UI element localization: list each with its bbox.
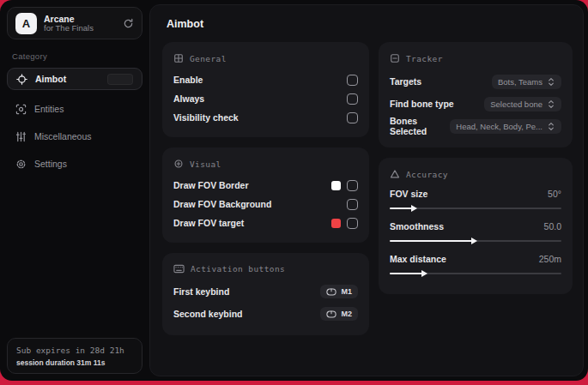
setting-label: First keybind xyxy=(173,286,229,297)
select-value: Bots, Teams xyxy=(498,77,543,87)
mouse-icon xyxy=(326,310,336,318)
content-columns: General Enable Always Visibility check xyxy=(162,42,573,335)
setting-row: Draw FOV target xyxy=(173,214,358,232)
draw-fov-border-checkbox[interactable] xyxy=(347,180,358,191)
accuracy-card-header: Accuracy xyxy=(390,169,561,179)
setting-row: Draw FOV Border xyxy=(173,176,358,195)
setting-row: Second keybind M2 xyxy=(173,303,358,325)
select-value: Head, Neck, Body, Pe... xyxy=(456,122,543,131)
slider-row: FOV size 50° xyxy=(390,186,561,214)
setting-row: Enable xyxy=(173,70,358,89)
focus-icon xyxy=(173,159,184,169)
sub-expiry-text: Sub expires in 28d 21h xyxy=(16,346,133,355)
setting-label: Smoothness xyxy=(390,221,544,232)
accuracy-card: Accuracy FOV size 50° xyxy=(379,158,573,294)
find-bone-type-select[interactable]: Selected bone xyxy=(484,97,561,111)
card-title: Accuracy xyxy=(406,170,448,179)
chevrons-up-down-icon xyxy=(547,99,555,109)
setting-label: Second keybind xyxy=(173,309,243,319)
draw-fov-background-checkbox[interactable] xyxy=(347,199,358,210)
entities-icon xyxy=(15,104,27,115)
first-keybind-button[interactable]: M1 xyxy=(320,285,358,298)
general-card-header: General xyxy=(173,53,358,63)
setting-label: Find bone type xyxy=(390,99,454,109)
slider-thumb[interactable] xyxy=(411,205,417,212)
refresh-icon[interactable] xyxy=(123,18,134,29)
sidebar-item-settings[interactable]: Settings xyxy=(7,152,142,176)
sidebar-item-label: Settings xyxy=(34,159,67,169)
main-panel: Aimbot General xyxy=(149,4,584,376)
setting-row: Targets Bots, Teams xyxy=(390,70,561,93)
setting-label: Draw FOV Background xyxy=(173,199,271,209)
card-title: General xyxy=(190,54,227,63)
sidebar-item-miscellaneous[interactable]: Miscellaneous xyxy=(7,124,142,148)
chevrons-up-down-icon xyxy=(547,122,555,131)
grid-icon xyxy=(173,53,184,63)
fov-target-color-swatch[interactable] xyxy=(331,219,341,228)
draw-fov-target-checkbox[interactable] xyxy=(347,218,358,229)
setting-row: Draw FOV Background xyxy=(173,195,358,214)
setting-row: Visibility check xyxy=(173,108,358,127)
visual-card-header: Visual xyxy=(173,159,358,169)
tracker-card-header: Tracker xyxy=(390,53,561,63)
setting-label: Visibility check xyxy=(173,112,239,123)
keybind-value: M2 xyxy=(341,310,352,318)
slider-row: Smoothness 50.0 xyxy=(390,219,561,246)
sidebar-item-entities[interactable]: Entities xyxy=(7,97,142,121)
second-keybind-button[interactable]: M2 xyxy=(320,307,358,321)
slider-thumb[interactable] xyxy=(421,270,427,277)
sidebar-nav: Aimbot Entities xyxy=(0,68,149,179)
square-minus-icon xyxy=(390,53,400,63)
bones-selected-select[interactable]: Head, Neck, Body, Pe... xyxy=(450,119,561,134)
setting-row: First keybind M1 xyxy=(173,280,358,303)
setting-label: Always xyxy=(173,93,204,104)
card-title: Visual xyxy=(190,159,221,169)
visual-card: Visual Draw FOV Border Draw FOV Backgrou… xyxy=(162,147,369,243)
sidebar-item-label: Entities xyxy=(34,104,64,114)
sidebar-item-label: Aimbot xyxy=(35,74,66,84)
fov-border-color-swatch[interactable] xyxy=(331,181,341,190)
page-title: Aimbot xyxy=(167,18,573,30)
app-titles: Arcane for The Finals xyxy=(44,14,116,33)
smoothness-value: 50.0 xyxy=(544,221,561,232)
slider-thumb[interactable] xyxy=(471,238,477,244)
setting-label: Bones Selected xyxy=(390,116,450,136)
setting-label: FOV size xyxy=(390,189,548,199)
card-title: Activation buttons xyxy=(191,264,285,274)
fov-size-slider[interactable] xyxy=(390,203,561,214)
setting-row: Find bone type Selected bone xyxy=(390,93,561,115)
left-column: General Enable Always Visibility check xyxy=(162,42,369,335)
app-logo: A xyxy=(15,13,37,34)
activation-buttons-card: Activation buttons First keybind xyxy=(162,253,369,335)
sliders-icon xyxy=(15,131,27,142)
setting-row: Always xyxy=(173,89,358,108)
activation-card-header: Activation buttons xyxy=(173,264,358,274)
always-checkbox[interactable] xyxy=(347,93,358,105)
setting-label: Enable xyxy=(173,75,203,85)
slider-fill xyxy=(390,208,412,209)
visibility-check-checkbox[interactable] xyxy=(347,112,358,123)
sidebar: A Arcane for The Finals Category xyxy=(0,0,149,381)
max-distance-value: 250m xyxy=(539,254,561,264)
targets-select[interactable]: Bots, Teams xyxy=(492,75,561,89)
keybind-value: M1 xyxy=(341,287,352,296)
slider-fill xyxy=(390,240,472,242)
tracker-card: Tracker Targets Bots, Teams xyxy=(379,42,573,147)
enable-checkbox[interactable] xyxy=(347,75,358,86)
category-label: Category xyxy=(12,51,137,61)
setting-label: Targets xyxy=(390,76,421,87)
general-card: General Enable Always Visibility check xyxy=(162,42,369,137)
gear-icon xyxy=(15,159,27,170)
keybind-hint-pill xyxy=(107,74,133,85)
setting-row: Bones Selected Head, Neck, Body, Pe... xyxy=(390,115,561,137)
max-distance-slider[interactable] xyxy=(390,268,561,279)
sidebar-item-aimbot[interactable]: Aimbot xyxy=(7,68,142,90)
crosshair-icon xyxy=(16,74,27,85)
session-duration-text: session duration 31m 11s xyxy=(16,358,133,367)
mouse-icon xyxy=(326,288,336,296)
slider-row: Max distance 250m xyxy=(390,251,561,279)
keyboard-icon xyxy=(173,264,185,274)
smoothness-slider[interactable] xyxy=(390,236,561,246)
subscription-status-card: Sub expires in 28d 21h session duration … xyxy=(7,338,142,374)
sidebar-item-label: Miscellaneous xyxy=(34,131,92,141)
